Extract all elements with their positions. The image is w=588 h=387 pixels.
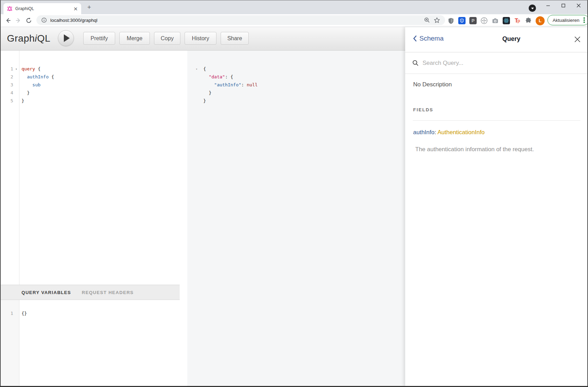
code-line[interactable]: 4 } xyxy=(0,89,180,97)
graphiql-topbar: GraphiQL Prettify Merge Copy History Sha… xyxy=(0,27,405,51)
doc-back-link[interactable]: Schema xyxy=(413,35,444,42)
code-text[interactable]: query { xyxy=(19,65,41,73)
code-text[interactable]: } xyxy=(19,89,29,97)
code-text: } xyxy=(203,97,206,105)
bookmark-star-icon[interactable] xyxy=(432,17,442,24)
result-lines: ▾{ "data": { "authInfo": null }} xyxy=(187,51,405,105)
code-line: } xyxy=(187,97,405,105)
window-border-left xyxy=(0,0,1,387)
history-button[interactable]: History xyxy=(185,32,216,45)
code-text: "authInfo": null xyxy=(203,81,258,89)
doc-search-row xyxy=(405,52,588,74)
tampermonkey-tp-icon[interactable]: Tp xyxy=(513,17,521,25)
profile-avatar[interactable]: L xyxy=(536,16,545,25)
menu-dots-icon[interactable] xyxy=(582,17,586,24)
line-gutter: 4 xyxy=(0,89,19,97)
code-text: "data": { xyxy=(203,73,233,81)
fold-spacer xyxy=(13,89,19,97)
address-bar[interactable]: localhost:3000/graphql xyxy=(36,15,445,25)
play-icon xyxy=(64,34,70,42)
code-line[interactable]: 2 authInfo { xyxy=(0,73,180,81)
fold-spacer xyxy=(13,81,19,89)
zoom-icon[interactable] xyxy=(422,17,432,23)
result-pane: ▾{ "data": { "authInfo": null }} xyxy=(187,51,405,386)
code-text: } xyxy=(203,89,211,97)
variables-tab-bar: QUERY VARIABLES REQUEST HEADERS xyxy=(0,285,180,300)
doc-back-label: Schema xyxy=(419,35,444,42)
tab-request-headers[interactable]: REQUEST HEADERS xyxy=(82,290,134,295)
pane-resizer[interactable] xyxy=(180,51,187,386)
code-text[interactable]: } xyxy=(19,97,24,105)
code-text[interactable]: sub xyxy=(19,81,41,89)
back-icon[interactable] xyxy=(4,16,12,25)
line-gutter: 1 xyxy=(0,309,19,317)
copy-button[interactable]: Copy xyxy=(154,32,180,45)
fold-arrow-icon[interactable]: ▾ xyxy=(187,65,203,73)
variables-editor[interactable]: 1{} xyxy=(0,300,180,386)
code-line: } xyxy=(187,89,405,97)
browser-titlebar: GraphiQL ✕ + xyxy=(0,0,588,14)
execute-button[interactable] xyxy=(58,30,74,46)
code-line[interactable]: 1▾query { xyxy=(0,65,180,73)
code-text[interactable]: authInfo { xyxy=(19,73,54,81)
fold-spacer xyxy=(13,73,19,81)
fold-spacer xyxy=(187,73,203,81)
prettify-button[interactable]: Prettify xyxy=(83,32,115,45)
camera-icon[interactable] xyxy=(491,17,499,25)
share-button[interactable]: Share xyxy=(221,32,249,45)
fold-spacer xyxy=(187,89,203,97)
doc-field-name[interactable]: authInfo xyxy=(413,129,434,136)
code-line[interactable]: 1{} xyxy=(0,309,180,317)
code-text: { xyxy=(203,65,206,73)
fold-arrow-icon[interactable]: ▾ xyxy=(13,65,19,73)
line-gutter: 5 xyxy=(0,97,19,105)
doc-title: Query xyxy=(502,35,520,43)
forward-icon[interactable] xyxy=(14,16,23,25)
tab-title: GraphiQL xyxy=(15,6,73,11)
doc-divider xyxy=(413,120,580,121)
chevron-left-icon xyxy=(413,35,417,42)
merge-button[interactable]: Merge xyxy=(119,32,150,45)
tab-close-icon[interactable]: ✕ xyxy=(73,6,78,11)
minimize-icon[interactable] xyxy=(540,0,556,11)
move-tool-icon[interactable] xyxy=(480,17,488,25)
graphql-logo-icon xyxy=(7,6,12,11)
line-gutter: 3 xyxy=(0,81,19,89)
doc-explorer-header: Schema Query xyxy=(405,27,588,52)
p-app-icon[interactable]: P xyxy=(469,17,477,25)
reload-icon[interactable] xyxy=(25,16,33,25)
fold-spacer xyxy=(187,81,203,89)
bitwarden-icon[interactable] xyxy=(458,17,466,25)
maximize-icon[interactable] xyxy=(556,0,571,11)
code-line[interactable]: 3 sub xyxy=(0,81,180,89)
ublock-shield-icon[interactable] xyxy=(447,17,455,25)
browser-tab[interactable]: GraphiQL ✕ xyxy=(3,3,81,14)
doc-explorer: Schema Query No Description FIELDS authI… xyxy=(405,27,588,386)
doc-field-description: The authentication information of the re… xyxy=(415,146,534,153)
code-text[interactable]: {} xyxy=(19,309,27,317)
code-line[interactable]: 5} xyxy=(0,97,180,105)
fold-spacer xyxy=(187,97,203,105)
react-devtools-icon[interactable] xyxy=(502,17,510,25)
query-editor-lines[interactable]: 1▾query {2 authInfo {3 sub4 }5} xyxy=(0,51,180,105)
line-gutter: 2 xyxy=(0,73,19,81)
update-button[interactable]: Aktualisieren xyxy=(547,15,588,25)
new-tab-icon[interactable]: + xyxy=(84,4,94,11)
fold-spacer xyxy=(13,97,19,105)
doc-field-type[interactable]: AuthenticationInfo xyxy=(437,129,485,136)
doc-close-icon[interactable] xyxy=(573,35,581,43)
update-button-label: Aktualisieren xyxy=(553,18,579,23)
url-text[interactable]: localhost:3000/graphql xyxy=(50,18,422,23)
variables-editor-lines[interactable]: 1{} xyxy=(0,300,180,317)
doc-field-separator: : xyxy=(434,129,437,136)
graphiql-app: GraphiQL Prettify Merge Copy History Sha… xyxy=(0,27,588,386)
doc-fields-header: FIELDS xyxy=(413,107,433,112)
tab-search-icon[interactable] xyxy=(529,5,536,12)
info-icon[interactable] xyxy=(41,17,47,23)
extensions-row: P Tp L xyxy=(447,14,545,27)
close-icon[interactable] xyxy=(571,0,586,11)
puzzle-extensions-icon[interactable] xyxy=(525,17,532,25)
tab-query-variables[interactable]: QUERY VARIABLES xyxy=(22,290,71,295)
doc-search-input[interactable] xyxy=(422,59,568,67)
code-line: ▾{ xyxy=(187,65,405,73)
